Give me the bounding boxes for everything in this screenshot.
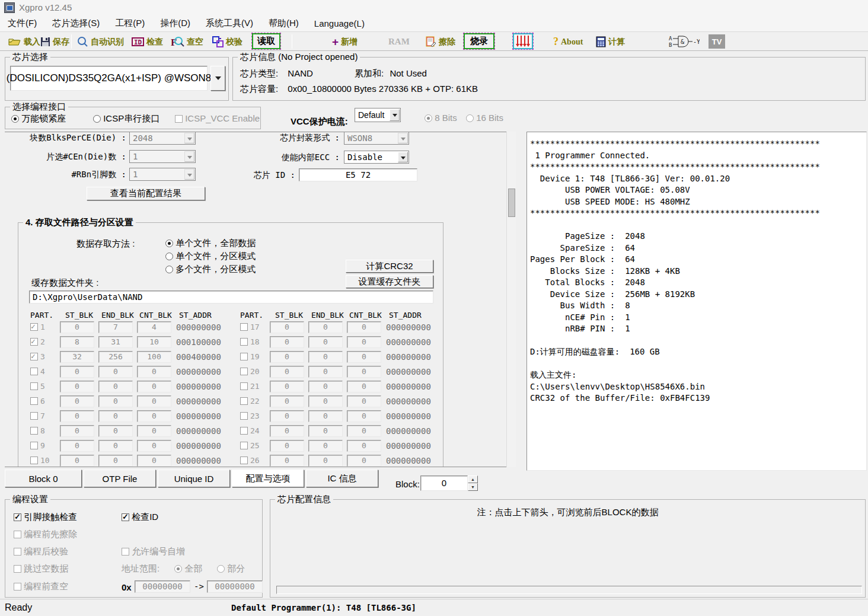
partition-enable-checkbox[interactable]: 17	[240, 323, 267, 331]
st-blk-field[interactable]: 0	[270, 366, 304, 378]
config-scrollbar[interactable]	[506, 132, 516, 467]
burn-button[interactable]: 烧录	[464, 33, 494, 49]
partition-enable-checkbox[interactable]: 23	[240, 411, 267, 420]
method-radio-2[interactable]: 多个文件，分区模式	[165, 264, 256, 275]
chip-select-combo[interactable]: (DOSILICON)DS35Q2GA(x1+ISP) @WSON8	[10, 66, 208, 91]
st-blk-field[interactable]: 0	[270, 321, 304, 333]
pin-check-checkbox[interactable]: 引脚接触检查	[14, 512, 77, 523]
cnt-blk-field[interactable]: 0	[347, 455, 381, 467]
blank-check-button[interactable]: F 查空	[171, 34, 203, 50]
st-blk-field[interactable]: 0	[60, 410, 94, 422]
end-blk-field[interactable]: 0	[308, 440, 343, 452]
cnt-blk-field[interactable]: 0	[347, 425, 381, 437]
end-blk-field[interactable]: 31	[98, 336, 133, 348]
cnt-blk-field[interactable]: 0	[137, 425, 171, 437]
block-spin-up[interactable]: ▲	[468, 475, 478, 483]
st-blk-field[interactable]: 0	[270, 351, 304, 363]
chip-select-dropdown-button[interactable]	[210, 66, 225, 91]
cnt-blk-field[interactable]: 0	[347, 336, 381, 348]
st-blk-field[interactable]: 0	[60, 321, 94, 333]
check-id-button[interactable]: ID 检查	[132, 34, 163, 50]
end-blk-field[interactable]: 256	[98, 351, 133, 363]
tab-3[interactable]: 配置与选项	[232, 470, 304, 487]
cnt-blk-field[interactable]: 0	[347, 351, 381, 363]
end-blk-field[interactable]: 0	[98, 366, 133, 378]
end-blk-field[interactable]: 7	[98, 321, 133, 333]
tab-0[interactable]: Block 0	[5, 470, 82, 487]
save-button[interactable]: 保存	[40, 34, 69, 50]
view-config-button[interactable]: 查看当前配置结果	[87, 187, 205, 200]
tab-4[interactable]: IC 信息	[306, 470, 378, 487]
cnt-blk-field[interactable]: 0	[347, 366, 381, 378]
cnt-blk-field[interactable]: 0	[137, 366, 171, 378]
partition-enable-checkbox[interactable]: 4	[30, 367, 58, 376]
menu-item[interactable]: 工程(P)	[107, 15, 152, 31]
tab-2[interactable]: Unique ID	[158, 470, 230, 487]
st-blk-field[interactable]: 0	[60, 395, 94, 407]
menu-item[interactable]: 系统工具(V)	[198, 15, 261, 31]
st-blk-field[interactable]: 0	[60, 366, 94, 378]
end-blk-field[interactable]: 0	[308, 381, 343, 392]
end-blk-field[interactable]: 0	[98, 410, 133, 422]
load-button[interactable]: 载入	[8, 34, 40, 50]
st-blk-field[interactable]: 0	[270, 336, 304, 348]
ecc-combo[interactable]: Disable	[344, 151, 409, 164]
check-id-checkbox[interactable]: 检查ID	[122, 512, 158, 523]
auto-identify-button[interactable]: 自动识别	[77, 34, 124, 50]
read-button[interactable]: 读取	[252, 33, 280, 49]
partition-enable-checkbox[interactable]: 24	[240, 426, 267, 435]
partition-enable-checkbox[interactable]: 3	[30, 352, 58, 361]
partition-enable-checkbox[interactable]: 21	[240, 382, 267, 391]
about-button[interactable]: ? About	[553, 34, 583, 50]
st-blk-field[interactable]: 0	[60, 381, 94, 392]
partition-enable-checkbox[interactable]: 25	[240, 441, 267, 450]
cache-folder-field[interactable]: D:\Xgpro\UserData\NAND	[29, 291, 433, 304]
cnt-blk-field[interactable]: 0	[137, 455, 171, 467]
cnt-blk-field[interactable]: 100	[137, 351, 171, 363]
st-blk-field[interactable]: 0	[270, 395, 304, 407]
st-blk-field[interactable]: 32	[60, 351, 94, 363]
partition-enable-checkbox[interactable]: 26	[240, 456, 267, 465]
end-blk-field[interactable]: 0	[98, 440, 133, 452]
menu-item[interactable]: Language(L)	[307, 16, 372, 31]
method-radio-1[interactable]: 单个文件，分区模式	[165, 251, 256, 262]
socket-radio[interactable]: 万能锁紧座	[11, 113, 66, 125]
logic-gate-icon[interactable]: AB&-Y	[669, 35, 700, 50]
verify-button[interactable]: 校验	[212, 34, 242, 50]
socket-button[interactable]	[513, 33, 533, 49]
end-blk-field[interactable]: 0	[308, 321, 343, 333]
end-blk-field[interactable]: 0	[308, 366, 343, 378]
st-blk-field[interactable]: 0	[60, 455, 94, 467]
menu-item[interactable]: 帮助(H)	[261, 15, 307, 31]
partition-enable-checkbox[interactable]: 10	[30, 456, 58, 465]
st-blk-field[interactable]: 0	[270, 440, 304, 452]
icsp-radio[interactable]: ICSP串行接口	[93, 113, 159, 125]
block-spin-down[interactable]: ▼	[468, 483, 478, 491]
block-number-field[interactable]: 0	[420, 475, 468, 491]
cnt-blk-field[interactable]: 0	[347, 440, 381, 452]
chip-id-field[interactable]: E5 72	[299, 168, 417, 181]
st-blk-field[interactable]: 0	[270, 410, 304, 422]
menu-item[interactable]: 文件(F)	[0, 15, 44, 31]
st-blk-field[interactable]: 0	[270, 455, 304, 467]
end-blk-field[interactable]: 0	[308, 410, 343, 422]
end-blk-field[interactable]: 0	[308, 336, 343, 348]
partition-enable-checkbox[interactable]: 1	[30, 323, 58, 331]
set-cache-folder-button[interactable]: 设置缓存文件夹	[346, 275, 433, 288]
menu-item[interactable]: 操作(D)	[152, 15, 198, 31]
tv-button[interactable]: TV	[709, 34, 725, 49]
cnt-blk-field[interactable]: 0	[137, 381, 171, 392]
cnt-blk-field[interactable]: 0	[137, 440, 171, 452]
cnt-blk-field[interactable]: 0	[137, 410, 171, 422]
partition-enable-checkbox[interactable]: 9	[30, 441, 58, 450]
calc-button[interactable]: 计算	[596, 34, 625, 50]
method-radio-0[interactable]: 单个文件，全部数据	[165, 238, 256, 249]
end-blk-field[interactable]: 0	[98, 381, 133, 392]
st-blk-field[interactable]: 0	[60, 440, 94, 452]
cnt-blk-field[interactable]: 0	[137, 395, 171, 407]
cnt-blk-field[interactable]: 0	[347, 395, 381, 407]
tab-1[interactable]: OTP File	[84, 470, 156, 487]
end-blk-field[interactable]: 0	[308, 425, 343, 437]
st-blk-field[interactable]: 0	[270, 425, 304, 437]
menu-item[interactable]: 芯片选择(S)	[44, 15, 107, 31]
